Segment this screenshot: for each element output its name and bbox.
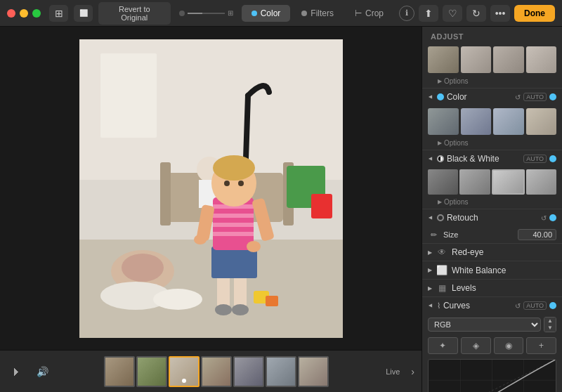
color-reset-icon[interactable]: ↺ (515, 93, 521, 101)
wb-icon: ⬜ (436, 265, 447, 275)
section-color-header[interactable]: ▼ Color ↺ AUTO (422, 89, 562, 105)
fullscreen-button[interactable] (32, 9, 41, 18)
retouch-toggle-dot[interactable] (549, 214, 556, 221)
options-row-top[interactable]: ▶ Options (422, 76, 562, 88)
color-toggle-dot[interactable] (549, 93, 556, 100)
tab-adjust[interactable]: color (242, 5, 291, 22)
curves-dropper-highlight-btn[interactable]: ◉ (494, 337, 524, 354)
options-row-color[interactable]: ▶ Options (422, 138, 562, 150)
curves-graph[interactable] (428, 359, 556, 392)
options-row-bw[interactable]: ▶ Options (422, 197, 562, 209)
bw-thumb-strip (422, 167, 562, 197)
bw-chevron-icon: ▼ (427, 156, 434, 162)
retouch-dot-icon (437, 214, 444, 221)
selected-indicator (182, 379, 186, 383)
live-label: Live (380, 366, 405, 377)
main-photo (79, 39, 343, 338)
color-dot-icon (437, 93, 444, 100)
ellipsis-icon: ••• (495, 8, 506, 19)
rotate-button[interactable]: ↻ (466, 5, 486, 22)
section-bw-header[interactable]: ▼ Black & White AUTO (422, 150, 562, 167)
film-thumb-2[interactable] (136, 356, 167, 387)
color-thumb-4[interactable] (526, 108, 557, 135)
bw-thumb-2[interactable] (459, 169, 490, 195)
color-thumb-1[interactable] (428, 108, 459, 135)
curves-stepper-down[interactable]: ▼ (544, 325, 556, 332)
wb-label: White Balance (452, 266, 556, 275)
size-label: Size (443, 230, 514, 239)
close-button[interactable] (7, 9, 15, 18)
bw-auto-badge[interactable]: AUTO (523, 155, 547, 163)
bw-thumb-3[interactable] (492, 169, 525, 195)
curves-header[interactable]: ▼ ⌇ Curves ↺ AUTO (422, 297, 562, 314)
play-icon: ⏵ (11, 365, 22, 378)
options-color-chevron-icon: ▶ (438, 140, 442, 146)
photo-container[interactable] (0, 27, 422, 350)
curves-toggle-dot[interactable] (549, 302, 556, 309)
bw-thumb-1[interactable] (428, 169, 458, 195)
svg-point-30 (247, 241, 261, 252)
minimize-button[interactable] (20, 9, 28, 18)
section-redeye[interactable]: ▶ 👁 Red-eye (422, 243, 562, 261)
film-thumb-7[interactable] (298, 356, 329, 387)
adjust-tab-dot (251, 11, 257, 16)
crop-icon: ⊢ (355, 8, 362, 18)
film-thumb-4[interactable] (201, 356, 232, 387)
chevron-right-icon: ▶ (438, 78, 442, 84)
dropper-shadow-icon: ✦ (439, 341, 446, 351)
preset-thumb-4[interactable] (526, 46, 557, 73)
display-icon[interactable]: ⬜ (74, 5, 93, 22)
right-panel: ADJUST ▶ Options ▼ Co (422, 27, 562, 392)
toolbar-right: ℹ ⬆ ♡ ↻ ••• Done (399, 5, 555, 22)
curves-dropper-shadow-btn[interactable]: ✦ (428, 337, 458, 354)
info-button[interactable]: ℹ (399, 6, 414, 21)
section-levels[interactable]: ▶ ▦ Levels (422, 279, 562, 296)
bw-toggle-dot[interactable] (549, 155, 556, 162)
preset-thumb-2[interactable] (461, 46, 492, 73)
section-retouch: ▼ Retouch ↺ ✏ Size 40.00 (422, 209, 562, 243)
retouch-reset-icon[interactable]: ↺ (541, 214, 547, 222)
curves-svg (429, 360, 556, 392)
filmstrip-expand-icon[interactable]: › (411, 366, 414, 377)
filters-tab-dot (301, 11, 307, 16)
film-thumb-3[interactable] (169, 356, 200, 387)
preset-thumb-1[interactable] (428, 46, 459, 73)
preset-thumb-3[interactable] (493, 46, 524, 73)
sidebar-toggle-icon[interactable]: ⊞ (49, 5, 68, 22)
curves-dropper-mid-btn[interactable]: ◈ (461, 337, 491, 354)
curves-add-point-btn[interactable]: + (526, 337, 556, 354)
adjust-tab-label: color (261, 8, 281, 18)
curves-reset-icon[interactable]: ↺ (515, 302, 521, 310)
color-auto-badge[interactable]: AUTO (523, 93, 547, 101)
tab-filters[interactable]: Filters (292, 5, 344, 22)
bw-thumb-4[interactable] (526, 169, 556, 195)
curves-stepper-up[interactable]: ▲ (544, 318, 556, 325)
retouch-section-controls: ↺ (541, 214, 556, 222)
section-wb[interactable]: ▶ ⬜ White Balance (422, 261, 562, 279)
film-thumb-5[interactable] (233, 356, 264, 387)
speaker-button[interactable]: 🔊 (32, 362, 52, 381)
svg-point-33 (213, 155, 255, 181)
done-button[interactable]: Done (514, 5, 555, 22)
curves-auto-badge[interactable]: AUTO (523, 301, 547, 310)
curves-channel-select[interactable]: RGB Red Green Blue Luminance (428, 318, 541, 332)
color-thumb-3[interactable] (493, 108, 524, 135)
tab-crop[interactable]: ⊢ Crop (345, 5, 393, 22)
revert-button[interactable]: Revert to Original (98, 2, 171, 25)
size-value[interactable]: 40.00 (518, 229, 556, 240)
play-button[interactable]: ⏵ (7, 362, 27, 381)
filmstrip-thumbnails (58, 356, 374, 387)
film-thumb-6[interactable] (266, 356, 296, 387)
svg-point-31 (194, 235, 207, 244)
zoom-slider[interactable] (188, 13, 225, 14)
options-bw-label: Options (444, 198, 468, 206)
color-thumb-2[interactable] (461, 108, 492, 135)
retouch-section-label: Retouch (447, 213, 538, 223)
share-button[interactable]: ⬆ (419, 5, 438, 22)
svg-rect-25 (213, 214, 254, 218)
more-button[interactable]: ••• (490, 5, 510, 22)
section-color: ▼ Color ↺ AUTO (422, 88, 562, 150)
heart-button[interactable]: ♡ (443, 5, 462, 22)
section-retouch-header[interactable]: ▼ Retouch ↺ (422, 209, 562, 226)
film-thumb-1[interactable] (104, 356, 135, 387)
